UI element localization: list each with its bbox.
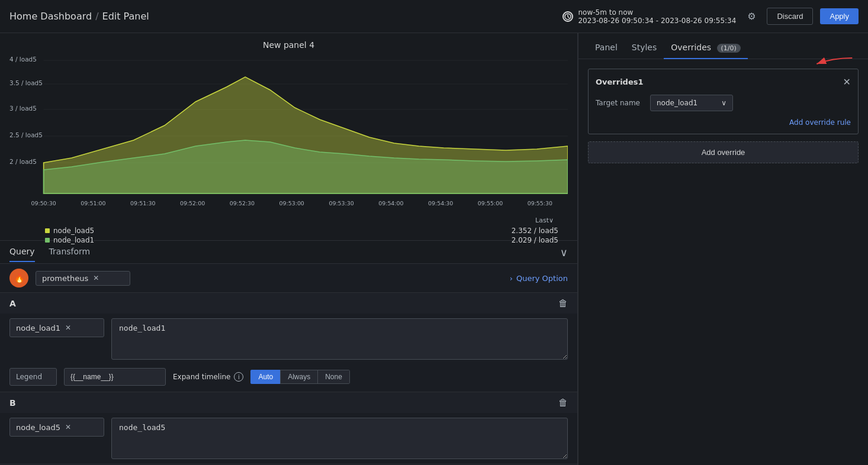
breadcrumb: Home Dashboard / Edit Panel (9, 11, 149, 22)
chart-container: New panel 4 4 / load5 3.5 / load5 3 / lo… (0, 33, 577, 240)
target-name-label: Target name (596, 99, 643, 107)
legend-label: Legend (9, 368, 57, 386)
query-option-label: Query Option (516, 274, 568, 283)
time-range-picker[interactable]: now-5m to now 2023-08-26 09:50:34 - 2023… (562, 8, 736, 25)
query-block-b-label: B (9, 398, 16, 408)
override-close-icon[interactable]: ✕ (843, 76, 851, 88)
auto-always-none-group: Auto Always None (250, 370, 349, 384)
datasource-row: 🔥 prometheus ✕ › Query Option (0, 264, 577, 293)
discard-button[interactable]: Discard (767, 8, 813, 25)
expand-timeline-button[interactable]: Expand timeline i (173, 372, 243, 382)
svg-text:09:52:00: 09:52:00 (180, 200, 205, 206)
time-range-label: now-5m to now (578, 8, 736, 17)
target-value: node_load1 (657, 99, 697, 107)
header-right: now-5m to now 2023-08-26 09:50:34 - 2023… (562, 8, 859, 25)
query-a-metric-tag[interactable]: node_load1 ✕ (9, 318, 104, 337)
svg-text:2 / load5: 2 / load5 (9, 158, 37, 165)
main-layout: New panel 4 4 / load5 3.5 / load5 3 / lo… (0, 33, 868, 465)
add-override-button[interactable]: Add override (588, 141, 859, 163)
svg-text:09:54:30: 09:54:30 (428, 200, 453, 206)
svg-text:09:50:30: 09:50:30 (31, 200, 56, 206)
legend-dot-load1 (45, 238, 50, 243)
legend-value-load1: 2.029 / load5 (512, 236, 558, 244)
app-header: Home Dashboard / Edit Panel now-5m to no… (0, 0, 868, 33)
query-b-metric-tag[interactable]: node_load5 ✕ (9, 418, 104, 437)
query-block-b: B 🗑 node_load5 ✕ (0, 392, 577, 464)
breadcrumb-sep: / (95, 11, 98, 22)
red-arrow-annotation (809, 52, 856, 76)
right-tab-overrides[interactable]: Overrides (1/0) (664, 37, 748, 59)
svg-text:09:51:30: 09:51:30 (130, 200, 155, 206)
svg-text:09:55:00: 09:55:00 (478, 200, 503, 206)
svg-text:3 / load5: 3 / load5 (9, 105, 37, 112)
legend-name-load5: node_load5 (53, 227, 94, 235)
query-b-delete-icon[interactable]: 🗑 (558, 397, 568, 408)
query-b-metric-clear[interactable]: ✕ (65, 423, 71, 431)
legend-dot-load5 (45, 228, 50, 233)
legend-name-load1: node_load1 (53, 236, 94, 244)
svg-text:3.5 / load5: 3.5 / load5 (9, 79, 43, 86)
override-title: Overrides1 (596, 78, 644, 86)
query-a-options-row: Legend Expand timeline i Auto Always Non… (0, 364, 577, 392)
svg-text:09:53:00: 09:53:00 (279, 200, 304, 206)
query-b-expression[interactable] (111, 418, 568, 459)
svg-text:09:52:30: 09:52:30 (230, 200, 255, 206)
target-select[interactable]: node_load1 ∨ (650, 95, 733, 111)
settings-icon[interactable]: ⚙ (743, 8, 760, 25)
expand-timeline-label: Expand timeline (173, 373, 230, 381)
svg-text:09:55:30: 09:55:30 (528, 200, 552, 206)
prometheus-icon: 🔥 (9, 269, 28, 288)
query-b-input-row: node_load5 ✕ (0, 413, 577, 464)
legend-row-load5: node_load5 2.352 / load5 (45, 227, 558, 235)
apply-button[interactable]: Apply (820, 8, 859, 24)
query-b-metric-name: node_load5 (16, 423, 60, 432)
query-block-a: A 🗑 node_load1 ✕ Legend Expand timeline (0, 293, 577, 392)
chevron-right-icon: › (510, 274, 513, 283)
datasource-name: prometheus (42, 274, 88, 283)
info-icon[interactable]: i (234, 372, 243, 382)
overrides-badge: (1/0) (717, 44, 741, 53)
chevron-down-icon: ∨ (721, 99, 726, 107)
clock-icon (562, 11, 573, 22)
override-block-1-header: Overrides1 ✕ (596, 76, 851, 88)
query-a-metric-name: node_load1 (16, 324, 60, 332)
query-option-button[interactable]: › Query Option (510, 274, 568, 283)
query-a-metric-clear[interactable]: ✕ (65, 324, 71, 332)
chart-title: New panel 4 (9, 40, 568, 50)
time-range-dates: 2023-08-26 09:50:34 - 2023-08-26 09:55:3… (578, 17, 736, 25)
query-block-a-header: A 🗑 (0, 293, 577, 314)
svg-text:2.5 / load5: 2.5 / load5 (9, 131, 43, 138)
legend-header: Last∨ (45, 217, 558, 224)
legend-value-load5: 2.352 / load5 (512, 227, 558, 235)
query-a-delete-icon[interactable]: 🗑 (558, 298, 568, 309)
svg-text:4 / load5: 4 / load5 (9, 56, 37, 63)
chart-svg: 4 / load5 3.5 / load5 3 / load5 2.5 / lo… (9, 54, 568, 214)
auto-button[interactable]: Auto (250, 370, 280, 384)
always-button[interactable]: Always (280, 370, 317, 384)
svg-text:09:54:00: 09:54:00 (378, 200, 403, 206)
target-row: Target name node_load1 ∨ (596, 95, 851, 111)
right-tab-styles[interactable]: Styles (625, 37, 664, 59)
right-content: Overrides1 ✕ Target name node_load1 ∨ Ad… (578, 59, 868, 465)
override-block-1: Overrides1 ✕ Target name node_load1 ∨ Ad… (588, 69, 859, 134)
legend-input[interactable] (64, 368, 166, 386)
none-button[interactable]: None (317, 370, 350, 384)
svg-text:09:51:00: 09:51:00 (81, 200, 105, 206)
datasource-clear-icon[interactable]: ✕ (93, 274, 99, 282)
query-a-expression[interactable] (111, 318, 568, 360)
svg-text:09:53:30: 09:53:30 (329, 200, 353, 206)
query-section: 🔥 prometheus ✕ › Query Option A 🗑 (0, 264, 577, 465)
legend-row-load1: node_load1 2.029 / load5 (45, 236, 558, 244)
left-panel: New panel 4 4 / load5 3.5 / load5 3 / lo… (0, 33, 578, 465)
datasource-tag[interactable]: prometheus ✕ (36, 271, 130, 286)
add-override-rule-button[interactable]: Add override rule (596, 118, 851, 127)
legend-area: Last∨ node_load5 2.352 / load5 node_load… (9, 214, 568, 249)
breadcrumb-page: Edit Panel (102, 11, 149, 22)
query-block-a-label: A (9, 299, 16, 308)
query-block-b-header: B 🗑 (0, 392, 577, 413)
right-panel: Panel Styles Overrides (1/0) Overrides1 … (578, 33, 868, 465)
right-tab-panel[interactable]: Panel (588, 37, 625, 59)
query-a-input-row: node_load1 ✕ (0, 314, 577, 364)
breadcrumb-home[interactable]: Home Dashboard (9, 11, 92, 22)
